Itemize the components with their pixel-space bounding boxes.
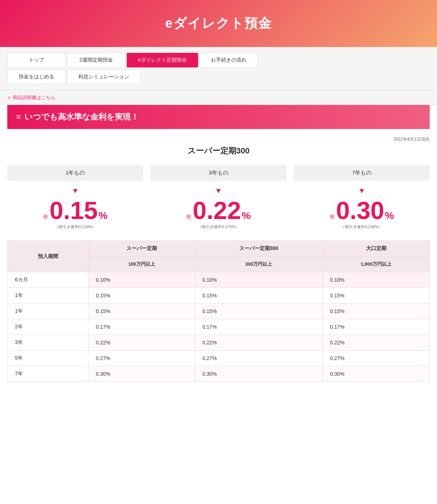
- table-cell-col1-0: 0.10%: [88, 272, 195, 288]
- nav-row-1: トップ 2週間定期預金 eダイレクト定期預金 お手続きの流れ: [7, 53, 430, 67]
- rate-value-7year: 年 0.30 %: [294, 198, 430, 223]
- product-doc-bar: 商品説明書はこちら: [0, 90, 437, 105]
- table-cell-col1-1: 0.15%: [88, 288, 195, 304]
- rate-percent-2: %: [242, 210, 251, 222]
- rate-percent-1: %: [98, 210, 107, 222]
- rate-arrow-3: ▼: [294, 187, 430, 195]
- rate-card-1year: 1年もの ▼ 年 0.15 % （税引き後年0.119%）: [7, 165, 143, 230]
- rate-big-1: 0.15: [50, 198, 98, 223]
- table-cell-col2-2: 0.15%: [195, 304, 323, 319]
- table-header-col3-amount: 1,000万円以上: [323, 257, 430, 272]
- rate-arrow-2: ▼: [150, 187, 286, 195]
- table-cell-period-6: 7年: [8, 366, 88, 382]
- rate-after-tax-3: （税引き後年0.239%）: [294, 224, 430, 230]
- table-cell-col1-4: 0.22%: [88, 335, 195, 351]
- table-cell-period-1: 1年: [8, 288, 88, 304]
- nav-row-2: 預金をはじめる 利息シミュレーション: [7, 70, 430, 84]
- table-cell-col3-1: 0.15%: [323, 288, 430, 304]
- table-cell-period-4: 3年: [8, 335, 88, 351]
- table-cell-col3-0: 0.10%: [323, 272, 430, 288]
- table-header-period: 預入期間: [8, 241, 88, 272]
- rate-card-3year-label: 3年もの: [150, 165, 286, 181]
- nav-tab-top[interactable]: トップ: [7, 53, 66, 67]
- product-title: スーパー定期300: [7, 145, 430, 156]
- table-cell-col2-4: 0.22%: [195, 335, 323, 351]
- rate-big-2: 0.22: [193, 198, 241, 223]
- rate-nen-2: 年: [186, 214, 192, 221]
- rate-table: 預入期間 スーパー定期 スーパー定期300 大口定期 100万円以上 300万円…: [7, 241, 430, 382]
- page-header: eダイレクト預金: [0, 0, 437, 47]
- rate-after-tax-2: （税引き後年0.175%）: [150, 224, 286, 230]
- table-cell-col2-5: 0.27%: [195, 351, 323, 366]
- table-cell-col3-4: 0.22%: [323, 335, 430, 351]
- banner-icon: ≡: [16, 112, 21, 122]
- rate-card-1year-label: 1年もの: [7, 165, 143, 181]
- table-header-col1-name: スーパー定期: [88, 241, 195, 257]
- rate-arrow-1: ▼: [7, 187, 143, 195]
- table-cell-col2-3: 0.17%: [195, 319, 323, 335]
- table-cell-col2-1: 0.15%: [195, 288, 323, 304]
- table-header-col2-amount: 300万円以上: [195, 257, 323, 272]
- table-cell-col1-3: 0.17%: [88, 319, 195, 335]
- rate-value-1year: 年 0.15 %: [7, 198, 143, 223]
- table-header-col1-amount: 100万円以上: [88, 257, 195, 272]
- rate-nen-1: 年: [43, 214, 49, 221]
- rate-big-3: 0.30: [336, 198, 384, 223]
- nav-tab-simulation[interactable]: 利息シミュレーション: [67, 70, 141, 84]
- rate-value-3year: 年 0.22 %: [150, 198, 286, 223]
- table-cell-col3-6: 0.30%: [323, 366, 430, 382]
- table-header-col2-name: スーパー定期300: [195, 241, 323, 257]
- nav-section: トップ 2週間定期預金 eダイレクト定期預金 お手続きの流れ 預金をはじめる 利…: [0, 47, 437, 90]
- table-cell-col1-6: 0.30%: [88, 366, 195, 382]
- table-cell-col3-2: 0.15%: [323, 304, 430, 319]
- table-cell-col1-5: 0.27%: [88, 351, 195, 366]
- rate-cards: 1年もの ▼ 年 0.15 % （税引き後年0.119%） 3年もの ▼ 年 0…: [7, 165, 430, 230]
- nav-tab-procedure[interactable]: お手続きの流れ: [200, 53, 258, 67]
- rate-after-tax-1: （税引き後年0.119%）: [7, 224, 143, 230]
- rate-card-3year: 3年もの ▼ 年 0.22 % （税引き後年0.175%）: [150, 165, 286, 230]
- table-cell-period-3: 2年: [8, 319, 88, 335]
- banner: ≡ いつでも高水準な金利を実現！: [7, 105, 430, 129]
- table-cell-period-2: 1年: [8, 304, 88, 319]
- table-cell-col2-6: 0.30%: [195, 366, 323, 382]
- product-doc-link[interactable]: 商品説明書はこちら: [7, 95, 55, 100]
- page-title: eダイレクト預金: [7, 15, 430, 32]
- rate-nen-3: 年: [330, 214, 335, 221]
- nav-tab-start[interactable]: 預金をはじめる: [7, 70, 66, 84]
- table-header-col3-name: 大口定期: [323, 241, 430, 257]
- rate-card-7year-label: 7年もの: [294, 165, 430, 181]
- rate-card-7year: 7年もの ▼ 年 0.30 % （税引き後年0.239%）: [294, 165, 430, 230]
- banner-text: いつでも高水準な金利を実現！: [24, 112, 139, 122]
- table-cell-period-0: 6カ月: [8, 272, 88, 288]
- date-stamp: 2022年6月1日現在: [7, 136, 430, 142]
- table-cell-col1-2: 0.15%: [88, 304, 195, 319]
- rate-percent-3: %: [385, 210, 394, 222]
- nav-tab-edirect[interactable]: eダイレクト定期預金: [127, 53, 198, 67]
- table-cell-col3-5: 0.27%: [323, 351, 430, 366]
- table-cell-col3-3: 0.17%: [323, 319, 430, 335]
- table-cell-col2-0: 0.10%: [195, 272, 323, 288]
- main-content: ≡ いつでも高水準な金利を実現！ 2022年6月1日現在 スーパー定期300 1…: [0, 105, 437, 396]
- nav-tab-2week[interactable]: 2週間定期預金: [67, 53, 125, 67]
- table-cell-period-5: 5年: [8, 351, 88, 366]
